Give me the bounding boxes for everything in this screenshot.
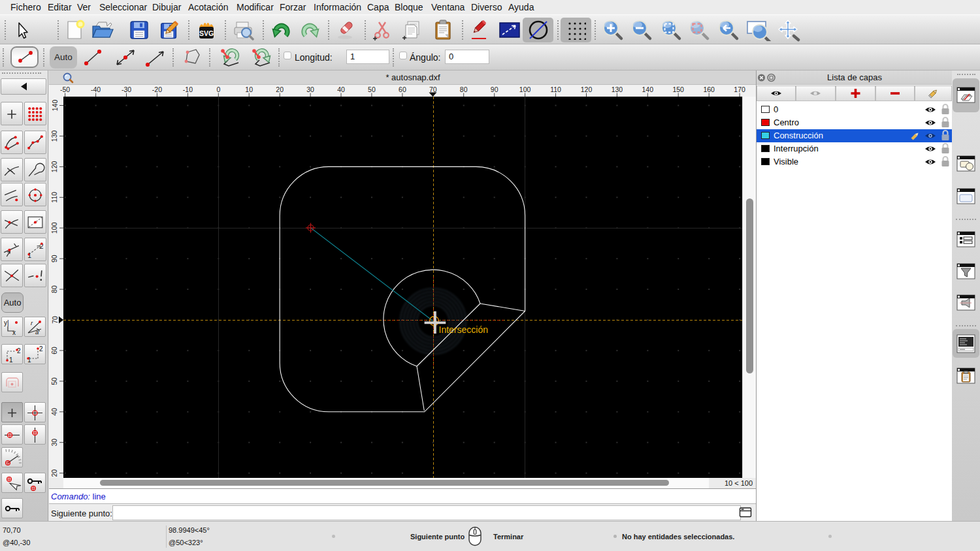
svg-text:0: 0 <box>216 86 220 93</box>
svg-text:1: 1 <box>9 356 13 364</box>
svg-text:140: 140 <box>642 86 654 93</box>
svg-text:170: 170 <box>734 86 745 93</box>
svg-text:30: 30 <box>306 86 314 93</box>
svg-text:a: a <box>35 328 39 336</box>
svg-text:150: 150 <box>672 86 684 93</box>
svg-text:40: 40 <box>51 408 59 416</box>
svg-text:70: 70 <box>51 316 59 324</box>
svg-text:2: 2 <box>39 345 43 353</box>
svg-text:80: 80 <box>460 86 468 93</box>
svg-text:-20: -20 <box>152 86 162 93</box>
svg-text:70: 70 <box>429 86 437 93</box>
svg-text:1: 1 <box>27 252 31 259</box>
svg-text:40: 40 <box>337 86 345 93</box>
svg-text:y|: y| <box>4 319 9 326</box>
svg-text:130: 130 <box>51 130 59 142</box>
svg-text:140: 140 <box>51 100 59 112</box>
svg-text:80: 80 <box>51 285 59 293</box>
svg-text:60: 60 <box>51 347 59 354</box>
svg-text:30: 30 <box>51 439 59 447</box>
svg-text:130: 130 <box>612 86 623 93</box>
svg-text:110: 110 <box>550 86 561 93</box>
svg-text:-50: -50 <box>60 86 70 93</box>
svg-text:90: 90 <box>491 86 498 93</box>
svg-text:120: 120 <box>51 161 59 172</box>
svg-text:100: 100 <box>519 86 531 93</box>
svg-text:r: r <box>31 319 33 326</box>
svg-text:100: 100 <box>51 222 59 234</box>
svg-text:10: 10 <box>245 86 253 93</box>
svg-text:50: 50 <box>368 86 376 93</box>
svg-text:60: 60 <box>399 86 406 93</box>
svg-text:120: 120 <box>581 86 593 93</box>
svg-text:-40: -40 <box>91 86 101 93</box>
svg-text:-30: -30 <box>122 86 131 93</box>
svg-text:50: 50 <box>51 377 59 385</box>
svg-text:x: x <box>12 329 16 336</box>
svg-text:20: 20 <box>51 469 59 477</box>
svg-text:SVG: SVG <box>199 29 214 37</box>
svg-text:90: 90 <box>51 255 59 262</box>
svg-text:-10: -10 <box>183 86 193 93</box>
svg-text:Intersección: Intersección <box>439 324 488 335</box>
svg-text:110: 110 <box>51 192 59 203</box>
svg-text:20: 20 <box>276 86 284 93</box>
svg-text:160: 160 <box>703 86 715 93</box>
